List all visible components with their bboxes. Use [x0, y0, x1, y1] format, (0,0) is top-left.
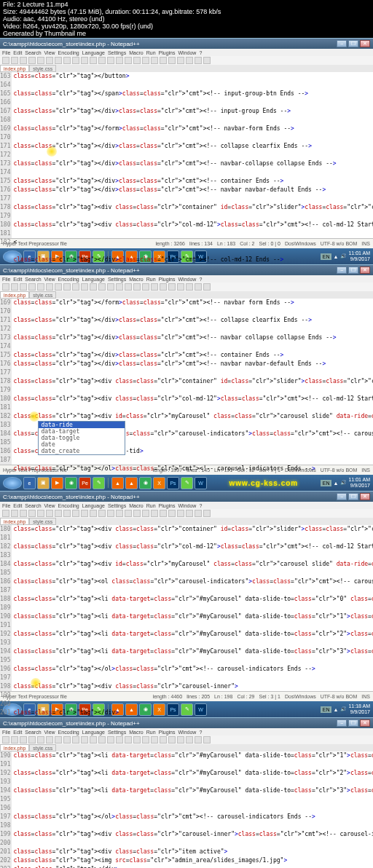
toolbar[interactable] — [0, 283, 373, 291]
meta-file: File: 2 Lecture 11.mp4 — [3, 1, 370, 8]
editor[interactable]: 1801811821831841851861871881891901911921… — [0, 525, 373, 691]
titlebar[interactable]: C:\xampp\htdocs\ecom_store\index.php - N… — [0, 265, 373, 275]
window-3: C:\xampp\htdocs\ecom_store\index.php - N… — [0, 491, 373, 717]
window-1: C:\xampp\htdocs\ecom_store\index.php - N… — [0, 38, 373, 264]
app-title: C:\xampp\htdocs\ecom_store\index.php - N… — [3, 41, 140, 47]
autocomplete-popup[interactable]: data-ride data-target data-toggle date d… — [38, 421, 125, 455]
video-metadata: File: 2 Lecture 11.mp4 Size: 49444462 by… — [0, 0, 373, 38]
meta-size: Size: 49444462 bytes (47.15 MiB), durati… — [3, 8, 370, 15]
editor[interactable]: 1691701711721731741751761771781791801811… — [0, 299, 373, 465]
window-2: C:\xampp\htdocs\ecom_store\index.php - N… — [0, 264, 373, 491]
close-button[interactable]: ✕ — [360, 40, 370, 47]
minimize-button[interactable]: − — [337, 40, 347, 47]
meta-video: Video: h264, yuv420p, 1280x720, 30.00 fp… — [3, 23, 370, 30]
gutter: 1631641651661671681691701711721731741751… — [0, 72, 12, 238]
titlebar[interactable]: C:\xampp\htdocs\ecom_store\index.php - N… — [0, 39, 373, 49]
meta-audio: Audio: aac, 44100 Hz, stereo (und) — [3, 15, 370, 23]
window-4: C:\xampp\htdocs\ecom_store\index.php - N… — [0, 717, 373, 868]
taskbar[interactable]: e ▣ ▶ ◉ Pe ✎ ▲ ▲ ◉ X Ps ✎ W www.cg-kss.c… — [0, 475, 373, 491]
editor[interactable]: 1631641651661671681691701711721731741751… — [0, 72, 373, 238]
meta-gen: Generated by Thumbnail me — [3, 30, 370, 37]
maximize-button[interactable]: ☐ — [348, 40, 358, 47]
menubar[interactable]: FileEditSearchViewEncodingLanguageSettin… — [0, 49, 373, 56]
tab-active[interactable]: index.php — [0, 65, 29, 72]
watermark: www.cg-kss.com — [208, 479, 319, 487]
menubar[interactable]: FileEditSearchViewEncodingLanguageSettin… — [0, 275, 373, 283]
editor[interactable]: 1901911921931941951961971981992002012022… — [0, 751, 373, 868]
tab-inactive[interactable]: style.css — [29, 65, 56, 72]
tabs[interactable]: index.php style.css — [0, 65, 373, 72]
code-area[interactable]: class=class="clr">"tag"></button>class=c… — [12, 72, 373, 238]
toolbar[interactable] — [0, 56, 373, 65]
